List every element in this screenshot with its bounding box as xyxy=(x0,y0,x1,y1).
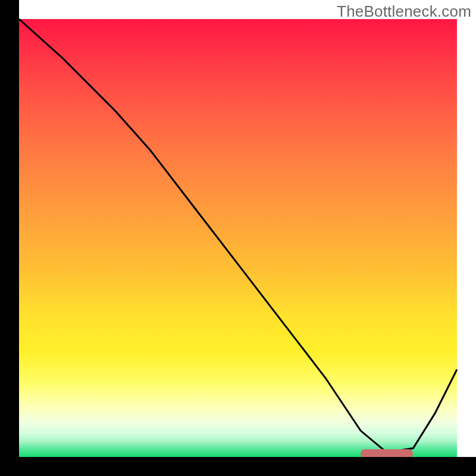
bottleneck-curve xyxy=(19,19,457,453)
watermark: TheBottleneck.com xyxy=(337,2,471,21)
x-axis xyxy=(0,457,476,476)
y-axis xyxy=(0,0,19,476)
curve-layer xyxy=(19,19,457,457)
chart-container: TheBottleneck.com xyxy=(0,0,476,476)
